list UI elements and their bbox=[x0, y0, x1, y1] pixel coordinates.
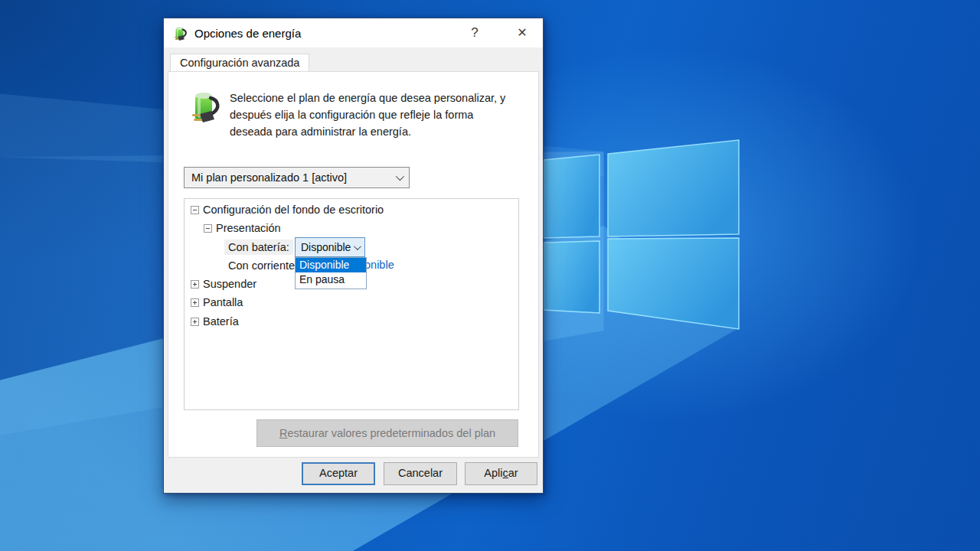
cancel-button[interactable]: Cancelar bbox=[384, 462, 457, 485]
collapse-minus-icon[interactable] bbox=[191, 206, 199, 214]
tree-row-label: Con batería: bbox=[224, 240, 293, 255]
tree-row-label: Batería bbox=[203, 315, 239, 328]
dropdown-option-en-pausa[interactable]: En pausa bbox=[296, 272, 366, 287]
plan-selector-combobox[interactable]: Mi plan personalizado 1 [activo] bbox=[184, 167, 410, 188]
tree-row-label: Suspender bbox=[203, 278, 256, 290]
expand-plus-icon[interactable] bbox=[191, 318, 199, 326]
dropdown-option-disponible[interactable]: Disponible bbox=[296, 258, 366, 272]
battery-plug-icon bbox=[172, 24, 188, 41]
tree-row-label: Pantalla bbox=[203, 296, 243, 308]
tree-row-fondo-escritorio[interactable]: Configuración del fondo de escritorio bbox=[185, 201, 517, 219]
con-bateria-value: Disponible bbox=[301, 241, 351, 253]
window-title: Opciones de energía bbox=[194, 27, 301, 40]
mnemonic-letter: R bbox=[279, 427, 287, 439]
description-line: deseada para administrar la energía. bbox=[230, 123, 505, 140]
chevron-down-icon bbox=[396, 172, 404, 181]
description-line: después elija la configuración que refle… bbox=[230, 106, 505, 123]
collapse-minus-icon[interactable] bbox=[204, 224, 212, 233]
tree-row-bateria[interactable]: Batería bbox=[185, 312, 517, 331]
mnemonic-letter: c bbox=[503, 467, 508, 479]
windows-logo bbox=[536, 130, 750, 344]
con-bateria-dropdown-list: Disponible En pausa bbox=[295, 257, 367, 289]
expand-plus-icon[interactable] bbox=[191, 298, 199, 307]
tree-row-pantalla[interactable]: Pantalla bbox=[185, 293, 517, 311]
settings-tree: Configuración del fondo de escritorio Pr… bbox=[184, 198, 519, 410]
accept-button[interactable]: Aceptar bbox=[302, 462, 375, 485]
desktop-wallpaper: Opciones de energía ? ✕ Configuración av… bbox=[0, 0, 980, 551]
apply-button[interactable]: Aplicar bbox=[465, 462, 537, 485]
chevron-down-icon bbox=[354, 243, 361, 250]
apply-label-post: ar bbox=[508, 467, 518, 479]
description-line: Seleccione el plan de energía que desea … bbox=[230, 90, 505, 106]
expand-plus-icon[interactable] bbox=[191, 280, 199, 289]
tree-row-label: Configuración del fondo de escritorio bbox=[203, 204, 384, 216]
help-icon[interactable]: ? bbox=[465, 23, 485, 43]
title-bar: Opciones de energía ? ✕ bbox=[164, 18, 543, 47]
apply-label-pre: Apli bbox=[484, 467, 502, 479]
close-icon[interactable]: ✕ bbox=[512, 23, 532, 43]
tab-configuracion-avanzada[interactable]: Configuración avanzada bbox=[170, 54, 309, 72]
power-options-dialog: Opciones de energía ? ✕ Configuración av… bbox=[163, 18, 544, 494]
tab-page: Seleccione el plan de energía que desea … bbox=[168, 71, 539, 458]
description-text: Seleccione el plan de energía que desea … bbox=[230, 90, 505, 140]
restore-defaults-button: Restaurar valores predeterminados del pl… bbox=[256, 419, 518, 447]
restore-defaults-label: estaurar valores predeterminados del pla… bbox=[287, 427, 495, 439]
con-bateria-combobox[interactable]: Disponible bbox=[295, 237, 365, 257]
tab-strip: Configuración avanzada bbox=[164, 47, 543, 71]
battery-plug-icon bbox=[188, 87, 221, 124]
tree-row-label: Presentación bbox=[216, 222, 281, 234]
tree-row-presentacion[interactable]: Presentación bbox=[185, 219, 517, 237]
plan-selector-value: Mi plan personalizado 1 [activo] bbox=[191, 171, 347, 184]
